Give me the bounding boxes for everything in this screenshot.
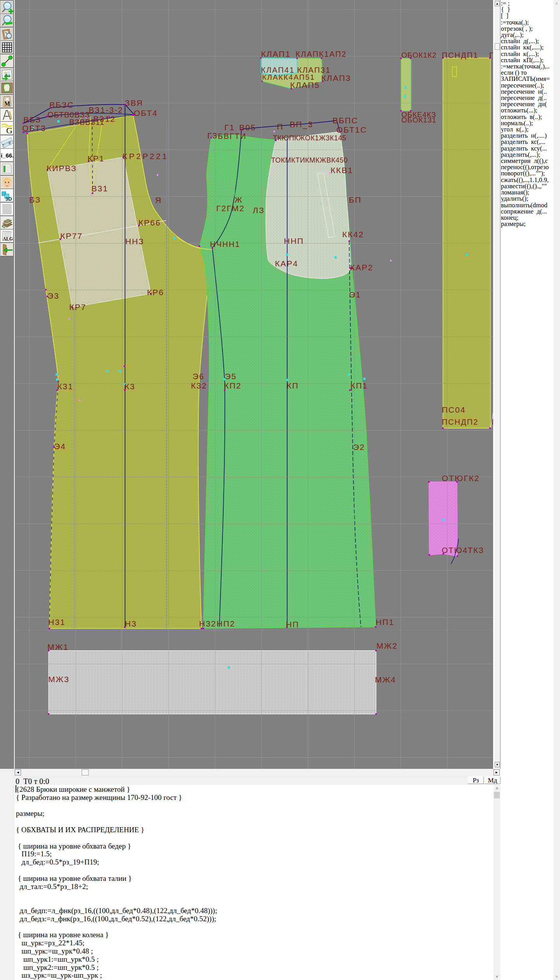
svg-text:КР1: КР1 [88,154,105,163]
svg-text:Г: Г [489,51,493,60]
svg-text:ОБОК131: ОБОК131 [401,116,436,124]
svg-text:КП2: КП2 [224,381,242,390]
svg-text:КП1: КП1 [350,381,368,390]
svg-text:КАР4: КАР4 [275,259,298,268]
svg-text:ТОКМКТИКМКЖВК450: ТОКМКТИКМКЖВК450 [271,156,348,164]
svg-text:Э6: Э6 [192,372,205,381]
svg-text:КК42: КК42 [342,230,364,239]
svg-text:КР7: КР7 [69,303,86,312]
svg-text:ОБТ4: ОБТ4 [134,108,158,117]
svg-text:ВП_3: ВП_3 [290,120,313,129]
svg-text:КР2Р221: КР2Р221 [122,152,168,161]
svg-text:ПСНДП1: ПСНДП1 [442,51,478,60]
svg-text:БП: БП [349,195,362,204]
svg-text:ОБТ3: ОБТ3 [22,124,46,133]
svg-text:Э4: Э4 [54,442,66,451]
svg-text:ННП: ННП [284,236,304,245]
svg-text:МЖ1: МЖ1 [47,642,69,651]
svg-text:НП2: НП2 [217,619,235,628]
svg-text:M: M [4,100,10,107]
svg-text:КР77: КР77 [60,231,83,240]
svg-text:МЖ3: МЖ3 [48,675,70,684]
svg-text:ВЗ12: ВЗ12 [93,114,116,123]
svg-text:ЛЗ: ЛЗ [253,206,264,215]
svg-text:Г1: Г1 [224,123,235,132]
svg-text:КЛАП5: КЛАП5 [290,80,320,89]
svg-text:БВГТИ: БВГТИ [218,132,247,140]
svg-text:КИРВЗ: КИРВЗ [47,164,77,173]
svg-text:ПС04: ПС04 [442,405,466,414]
svg-text:Э1: Э1 [349,290,361,299]
svg-text:КЛАП1: КЛАП1 [261,49,291,58]
svg-text:ННЗ: ННЗ [125,237,144,246]
svg-text:КЛАП3: КЛАП3 [321,74,351,82]
svg-text:ОТЮГК2: ОТЮГК2 [442,474,480,483]
svg-text:К31: К31 [57,382,74,391]
svg-text:БЗ: БЗ [29,195,41,204]
svg-text:МЖ2: МЖ2 [376,641,398,650]
svg-text:G: G [6,126,12,135]
svg-text:ЗВЯ: ЗВЯ [125,98,143,107]
svg-text:КЛАКК4АП51: КЛАКК4АП51 [262,73,315,81]
svg-text:ОБОК1К2: ОБОК1К2 [401,51,437,59]
svg-text:НЧНН1: НЧНН1 [210,240,240,248]
svg-text:ВЗ1-3-2: ВЗ1-3-2 [89,105,123,114]
svg-text:Н32: Н32 [199,619,217,628]
svg-text:3D: 3D [5,196,12,202]
svg-text:Н31: Н31 [48,618,66,626]
svg-text:ВБЗС: ВБЗС [49,100,74,109]
svg-text:Э3: Э3 [47,291,60,300]
svg-text:ALG: ALG [3,236,13,242]
svg-text:ККВ1: ККВ1 [331,166,353,175]
svg-text:НП1: НП1 [376,618,394,626]
svg-text:КР66: КР66 [138,218,161,227]
svg-text:К3: К3 [124,382,135,391]
svg-text:ОТЮ4ТКЗ: ОТЮ4ТКЗ [442,546,484,555]
svg-text:ВБПС: ВБПС [332,116,358,125]
svg-text:Н3: Н3 [125,619,137,628]
svg-text:7: 7 [2,143,4,148]
svg-text:В05: В05 [239,123,256,132]
svg-text:В31: В31 [91,184,108,193]
svg-text:ТКЮПКЖОК1Ж3К145: ТКЮПКЖОК1Ж3К145 [273,134,346,142]
svg-text:ОБТ1С: ОБТ1С [336,125,367,134]
svg-text:Я: Я [155,196,162,205]
svg-text:К32: К32 [191,381,207,390]
svg-text:Ж: Ж [234,195,243,204]
svg-text:ПСНДП2: ПСНДП2 [442,418,478,426]
svg-text:П: П [277,122,284,131]
svg-text:КР6: КР6 [147,288,164,297]
svg-text:Э2: Э2 [353,443,365,452]
svg-text:ВБЗ: ВБЗ [23,115,41,124]
svg-text:Г2ГМ2: Г2ГМ2 [216,204,245,213]
svg-text:КАР2: КАР2 [350,263,373,272]
svg-text:НП: НП [286,620,299,629]
svg-text:КЛАПК1АП2: КЛАПК1АП2 [296,50,347,58]
svg-text:Э5: Э5 [225,372,237,381]
svg-text:i_66.: i_66. [1,152,13,159]
svg-text:8: 8 [9,140,11,145]
svg-text:Г3: Г3 [207,131,218,140]
svg-text:КП: КП [287,381,299,390]
svg-text:МЖ4: МЖ4 [375,675,396,684]
